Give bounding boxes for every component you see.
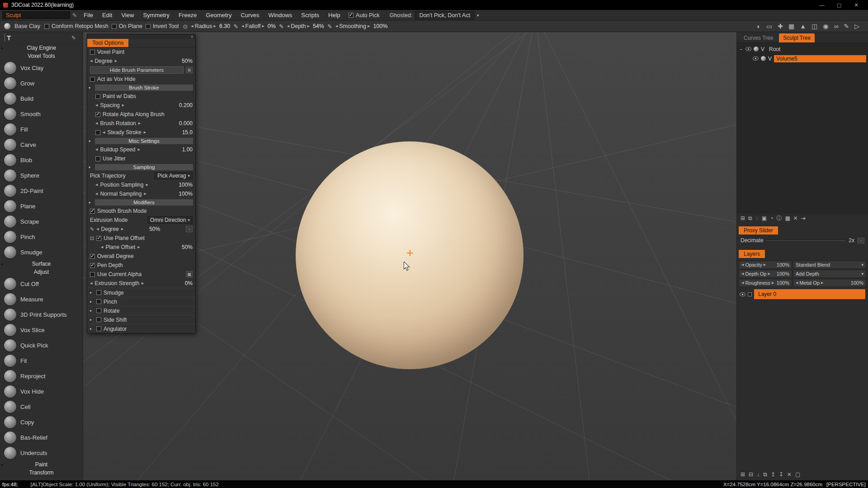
info-icon[interactable]: ⓘ [776, 215, 782, 222]
checkbox-steady-stroke[interactable] [95, 130, 100, 135]
toolbar-slider-smoothing[interactable]: ◀Smoothing▶100% [335, 23, 388, 29]
sidebar-item-cell[interactable]: Cell [0, 399, 83, 414]
expand-arrow-icon[interactable]: ▸ [90, 300, 94, 304]
auto-pick-toggle[interactable]: Auto Pick [349, 12, 380, 19]
sidebar-item-fit[interactable]: Fit [0, 353, 83, 368]
row-degree[interactable]: ◀Degree▶50% [87, 56, 195, 66]
sidebar-item-smooth[interactable]: Smooth [0, 106, 83, 122]
checkbox-on-plane[interactable] [112, 24, 117, 29]
expand-arrow-icon[interactable]: ▸ [1, 262, 3, 266]
sidebar-item-2d-paint[interactable]: 2D-Paint [0, 183, 83, 198]
split-view-icon[interactable]: ◫ [811, 23, 817, 30]
increment-arrow-icon[interactable]: ▶ [146, 183, 148, 187]
increment-arrow-icon[interactable]: ▶ [137, 148, 140, 151]
checkbox-overall-degree[interactable] [90, 254, 95, 259]
falloff-pen-icon[interactable]: ✎ [233, 23, 238, 30]
collapse-arrow-icon[interactable]: ▾ [89, 201, 94, 205]
section-sampling[interactable]: ▾Sampling [87, 163, 195, 171]
row-plane-offset[interactable]: ◀Plane Offset▶50% [87, 243, 195, 252]
grid-icon[interactable]: ▦ [785, 215, 790, 221]
menu-geometry[interactable]: Geometry [201, 11, 236, 19]
row-spacing[interactable]: ◀Spacing▶0.200 [87, 101, 195, 110]
slider-depth-op[interactable]: ◀Depth Op▶100% [739, 270, 792, 278]
decrement-arrow-icon[interactable]: ◀ [95, 148, 98, 151]
sidebar-item-bas-relief[interactable]: Bas-Relief [0, 430, 83, 445]
dropdown-standard-blend[interactable]: Standard Blend▾ [793, 261, 866, 269]
menu-freeze[interactable]: Freeze [174, 11, 201, 19]
dropdown-add-depth[interactable]: Add Depth▾ [793, 270, 866, 278]
close-button[interactable]: ✕ [848, 0, 865, 10]
sidebar-item-measure[interactable]: Measure [0, 291, 83, 307]
dropdown-extrusion-mode[interactable]: Omni Direction▾ [147, 216, 193, 224]
toolbar-check-on-plane[interactable]: On Plane [112, 23, 142, 29]
grid-icon[interactable]: ▦ [788, 23, 794, 30]
decrement-arrow-icon[interactable]: ◀ [287, 24, 289, 28]
decimate-value[interactable]: 2x [849, 237, 854, 244]
sidebar-item-vox-slice[interactable]: Vox Slice [0, 322, 83, 338]
expand-arrow-icon[interactable]: ▸ [1, 463, 3, 467]
collapse-arrow-icon[interactable]: ▾ [89, 165, 94, 169]
row-hide-brush-parameters[interactable]: Hide Brush Parameters⊞ [87, 66, 195, 75]
edit-pencil-icon[interactable]: ✎ [69, 35, 78, 41]
toolbar-check-invert-tool[interactable]: Invert Tool [146, 23, 179, 29]
brush-size-icon[interactable]: ⊙ [183, 23, 188, 30]
checkbox-use-current-alpha[interactable] [90, 272, 95, 277]
checkbox-invert-tool[interactable] [146, 24, 151, 29]
checkbox-smudge[interactable] [96, 290, 101, 295]
sidebar-item-plane[interactable]: Plane [0, 198, 83, 214]
decrement-arrow-icon[interactable]: ◀ [95, 192, 98, 196]
toolbar-check-conform-retopo-mesh[interactable]: Conform Retopo Mesh [44, 23, 108, 29]
decrement-arrow-icon[interactable]: ◀ [96, 227, 99, 231]
layers-header[interactable]: Layers [739, 250, 765, 258]
increment-arrow-icon[interactable]: ▶ [121, 227, 123, 231]
frame-icon[interactable]: ▢ [795, 471, 800, 478]
light-icon[interactable]: ◐ [757, 23, 761, 30]
sidebar-item-undercuts[interactable]: Undercuts [0, 445, 83, 460]
move-up-icon[interactable]: ↥ [771, 471, 775, 478]
tool-options-title[interactable]: Tool Options [87, 39, 128, 47]
sidebar-header-clay-engine[interactable]: ▸Clay Engine [0, 44, 83, 52]
row-pinch[interactable]: ▸Pinch [87, 297, 195, 306]
dock-icon[interactable]: ⊞ [186, 67, 193, 73]
checkbox-side-shift[interactable] [96, 317, 101, 322]
row-smooth-brush-mode[interactable]: Smooth Brush Mode [87, 206, 195, 216]
decrement-arrow-icon[interactable]: ◀ [191, 24, 193, 28]
brush-name[interactable]: Base Clay [14, 23, 40, 29]
toolbar-slider-radius[interactable]: ◀Radius▶6.30 [191, 23, 230, 29]
increment-arrow-icon[interactable]: ▶ [262, 24, 264, 28]
sidebar-item-reproject[interactable]: Reproject [0, 368, 83, 384]
expand-arrow-icon[interactable]: ▸ [1, 46, 3, 50]
row-extrusion-strength[interactable]: ◀Extrusion Strength▶0% [87, 279, 195, 288]
decrement-arrow-icon[interactable]: ◀ [95, 122, 98, 125]
row-position-sampling[interactable]: ◀Position Sampling▶100% [87, 180, 195, 189]
checkbox-rotate[interactable] [96, 308, 101, 313]
sidebar-item-fill[interactable]: Fill [0, 122, 83, 137]
increment-arrow-icon[interactable]: ▶ [368, 24, 370, 28]
section-modifiers[interactable]: ▾Modifiers [87, 198, 195, 206]
tree-row-root[interactable]: −VRoot [737, 44, 868, 54]
checkbox-paint-w-dabs[interactable] [95, 94, 100, 99]
expand-arrow-icon[interactable]: ▸ [90, 327, 94, 331]
expand-arrow-icon[interactable]: ▸ [90, 309, 94, 313]
brush-preview-icon[interactable] [4, 23, 10, 29]
row-normal-sampling[interactable]: ◀Normal Sampling▶100% [87, 189, 195, 198]
decrement-arrow-icon[interactable]: ◀ [103, 131, 105, 134]
row-pen-depth[interactable]: Pen Depth [87, 261, 195, 270]
people-icon[interactable]: ◉ [823, 23, 828, 30]
sidebar-item-pinch[interactable]: Pinch [0, 229, 83, 244]
sidebar-item-vox-clay[interactable]: Vox Clay [0, 60, 83, 75]
row-pick-trajectory[interactable]: Pick TrajectoryPick Averag▾ [87, 171, 195, 180]
decrement-arrow-icon[interactable]: ◀ [95, 103, 98, 107]
plane-lock-icon[interactable]: ⊡ [90, 235, 94, 241]
visibility-eye-icon[interactable] [753, 56, 759, 61]
text-tool-icon[interactable]: T [5, 34, 11, 42]
row-use-plane-offset[interactable]: ⊡Use Plane Offset [87, 234, 195, 243]
section-brush-stroke[interactable]: ▾Brush Stroke [87, 84, 195, 92]
pen-icon[interactable]: ✎ [90, 226, 94, 232]
row-brush-rotation[interactable]: ◀Brush Rotation▶0.000 [87, 119, 195, 128]
checkbox-use-jitter[interactable] [95, 156, 100, 161]
row-buildup-speed[interactable]: ◀Buildup Speed▶1.00 [87, 145, 195, 154]
menu-windows[interactable]: Windows [264, 11, 297, 19]
play-icon[interactable]: ▷ [854, 23, 859, 30]
sidebar-item-smudge[interactable]: Smudge [0, 244, 83, 260]
